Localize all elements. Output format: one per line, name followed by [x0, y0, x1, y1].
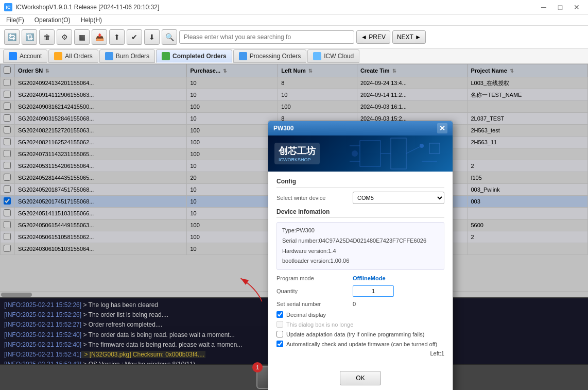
quantity-label: Quantity: [276, 288, 349, 294]
toolbar-btn-4[interactable]: ⚙: [57, 29, 72, 45]
tab-icw-cloud[interactable]: ICW Cloud: [307, 49, 359, 63]
toolbar-btn-2[interactable]: 🔃: [22, 29, 37, 45]
writer-device-select[interactable]: COM5: [353, 192, 444, 204]
icw-cloud-tab-icon: [313, 52, 321, 60]
left-count-label: Left:1: [276, 350, 444, 357]
svg-rect-0: [360, 141, 381, 166]
program-mode-label: Program mode: [276, 275, 349, 281]
toolbar-btn-9[interactable]: ⬇: [144, 29, 160, 45]
modal-footer: OK: [268, 367, 453, 390]
ok-button[interactable]: OK: [340, 371, 381, 385]
toolbar-btn-3[interactable]: 🗑: [39, 29, 55, 45]
modal-overlay: PW300 ✕ 创芯工坊 ICWORKSHOP: [0, 64, 588, 390]
tab-processing-orders[interactable]: Processing Orders: [233, 49, 306, 63]
tab-account[interactable]: Account: [3, 49, 47, 63]
dialog-no-longer-label: This dialog box is no longe: [286, 321, 353, 328]
dialog-no-longer-checkbox[interactable]: [276, 321, 283, 328]
toolbar: 🔄 🔃 🗑 ⚙ ▦ 📤 ⬆ ✔ ⬇ 🔍 ◄ PREV NEXT ►: [0, 26, 588, 48]
app-title: ICWorkshopV1.9.0.1 Release [2024-11-06 2…: [15, 4, 159, 11]
processing-orders-tab-icon: [239, 52, 247, 60]
burn-orders-tab-icon: [105, 52, 113, 60]
tab-all-orders[interactable]: All Orders: [48, 49, 98, 63]
device-type: Type:PW300: [282, 226, 439, 236]
menu-bar: File(F) Operation(O) Help(H): [0, 14, 588, 26]
modal-logo-sub: ICWORKSHOP: [279, 157, 316, 162]
menu-file[interactable]: File(F): [4, 15, 26, 25]
tab-burn-orders[interactable]: Burn Orders: [99, 49, 155, 63]
pw300-modal: PW300 ✕ 创芯工坊 ICWORKSHOP: [268, 121, 453, 390]
toolbar-btn-1[interactable]: 🔄: [4, 29, 20, 45]
modal-title: PW300: [273, 125, 293, 132]
search-input[interactable]: [179, 30, 354, 44]
svg-point-9: [352, 150, 358, 157]
close-button[interactable]: ✕: [569, 0, 584, 14]
auto-check-row: Automatically check and update firmware …: [276, 341, 444, 347]
modal-logo-text: 创芯工坊: [279, 145, 316, 157]
writer-device-row: Select writer device COM5: [276, 192, 444, 204]
toolbar-btn-10[interactable]: 🔍: [162, 29, 177, 45]
banner-circuit-decoration: [350, 135, 453, 172]
decimal-display-checkbox[interactable]: [276, 311, 283, 318]
auto-check-checkbox[interactable]: [276, 341, 283, 347]
title-bar: IC ICWorkshopV1.9.0.1 Release [2024-11-0…: [0, 0, 588, 14]
toolbar-btn-7[interactable]: ⬆: [109, 29, 125, 45]
toolbar-btn-8[interactable]: ✔: [127, 29, 142, 45]
svg-point-4: [420, 144, 424, 148]
serial-number-value: 0: [353, 301, 356, 307]
maximize-button[interactable]: □: [553, 0, 567, 14]
device-info-panel: Type:PW300 Serial number:04C97A25D4D0214…: [276, 222, 444, 270]
dialog-no-longer-row: This dialog box is no longe: [276, 321, 444, 328]
auto-check-label: Automatically check and update firmware …: [286, 341, 437, 347]
tab-completed-orders[interactable]: Completed Orders: [156, 49, 232, 63]
program-mode-row: Program mode OfflineMode: [276, 275, 444, 281]
update-adaptation-checkbox[interactable]: [276, 331, 283, 337]
account-tab-icon: [9, 52, 17, 60]
menu-operation[interactable]: Operation(O): [32, 15, 73, 25]
update-adaptation-label: Update adaptation data (try if online pr…: [286, 331, 424, 337]
decimal-display-row: Decimal display: [276, 311, 444, 318]
minimize-button[interactable]: ─: [537, 0, 551, 14]
device-bootloader: bootloader version:1.00.06: [282, 256, 439, 266]
modal-body: Config Select writer device COM5 Device …: [268, 172, 453, 367]
title-bar-controls: ─ □ ✕: [537, 0, 584, 14]
device-info-label: Device infomation: [276, 208, 444, 218]
modal-banner: 创芯工坊 ICWORKSHOP: [268, 135, 453, 172]
quantity-row: Quantity: [276, 285, 444, 297]
toolbar-btn-5[interactable]: ▦: [74, 29, 90, 45]
quantity-input[interactable]: [353, 285, 394, 297]
device-hardware: Hardware version:1.4: [282, 246, 439, 257]
decimal-display-label: Decimal display: [286, 312, 326, 318]
completed-orders-tab-icon: [162, 52, 170, 60]
all-orders-tab-icon: [54, 52, 62, 60]
svg-rect-6: [429, 143, 440, 154]
serial-number-label: Set serial number: [276, 301, 349, 307]
update-adaptation-row: Update adaptation data (try if online pr…: [276, 331, 444, 337]
nav-tabs: Account All Orders Burn Orders Completed…: [0, 48, 588, 64]
prev-button[interactable]: ◄ PREV: [356, 30, 390, 44]
modal-close-button[interactable]: ✕: [437, 123, 447, 133]
serial-number-row: Set serial number 0: [276, 301, 444, 307]
device-serial: Serial number:04C97A25D4D021480E7423F7CF…: [282, 236, 439, 246]
writer-device-label: Select writer device: [276, 195, 349, 201]
menu-help[interactable]: Help(H): [79, 15, 104, 25]
modal-logo: 创芯工坊 ICWORKSHOP: [274, 143, 320, 164]
title-bar-left: IC ICWorkshopV1.9.0.1 Release [2024-11-0…: [4, 3, 159, 11]
toolbar-btn-6[interactable]: 📤: [92, 29, 107, 45]
next-button[interactable]: NEXT ►: [392, 30, 426, 44]
config-section-label: Config: [276, 178, 444, 188]
program-mode-value: OfflineMode: [353, 275, 386, 281]
svg-rect-1: [391, 138, 406, 169]
app-icon: IC: [4, 3, 12, 11]
modal-title-bar: PW300 ✕: [268, 121, 453, 135]
svg-line-3: [406, 146, 422, 154]
